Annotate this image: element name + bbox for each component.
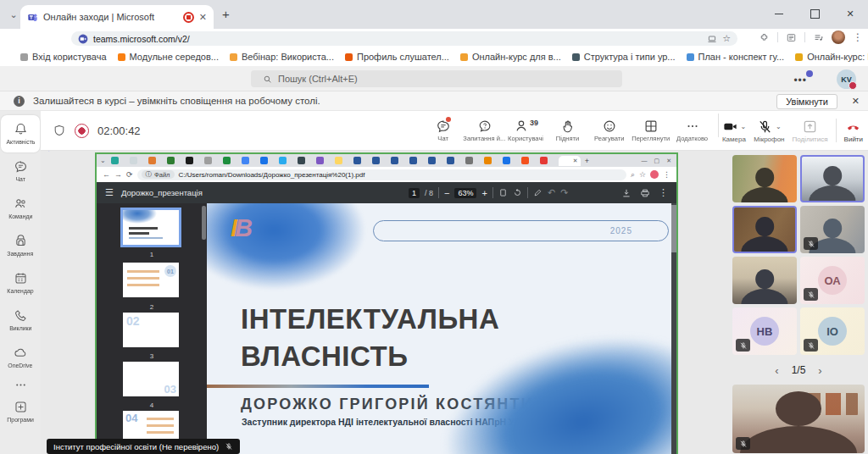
pdf-zoom-in-icon[interactable]: + [481, 188, 487, 198]
pdf-scrollbar-track [671, 203, 676, 454]
sidebar-item-Календар[interactable]: Календар [1, 264, 40, 302]
device-button-Камера[interactable]: ⌄Камера [722, 119, 747, 143]
browser-profile-avatar[interactable] [832, 30, 845, 44]
grid-icon [643, 119, 659, 134]
pdf-zoom-out-icon[interactable]: − [444, 188, 449, 198]
participant-initials: ІО [818, 317, 847, 346]
tab-search-chevron-icon[interactable]: ⌄ [6, 7, 21, 22]
shared-new-tab-icon: + [585, 157, 589, 165]
meeting-button-Переглянути[interactable]: Переглянути [632, 114, 670, 147]
browser-menu-icon[interactable]: ⋮ [853, 31, 863, 43]
new-tab-button[interactable]: + [222, 7, 230, 21]
pdf-thumbnail-page-2[interactable]: 01 [123, 263, 179, 297]
meeting-button-Чат[interactable]: Чат [424, 114, 462, 147]
pdf-scrollbar[interactable] [671, 205, 676, 252]
sidebar-item-Завдання[interactable]: Завдання [1, 227, 40, 264]
url-text: teams.microsoft.com/v2/ [93, 34, 702, 44]
bookmark-item[interactable]: Профиль слушател... [345, 52, 449, 62]
bookmark-item[interactable]: Онлайн-курс для в... [460, 52, 561, 62]
chat-icon [14, 159, 28, 174]
shared-screen: ⌄ ✕ + — ▢ ✕ ← → ⟳ ⓘ Файл C:/Users/roman/… [95, 152, 678, 454]
meeting-button-Додатково[interactable]: Додатково [673, 114, 711, 147]
shared-tab-favicon-icon [391, 157, 398, 164]
sidebar-item-OneDrive[interactable]: OneDrive [1, 339, 40, 376]
bookmark-item[interactable]: План - конспект гу... [687, 52, 785, 62]
banner-close-icon[interactable]: ✕ [852, 96, 860, 107]
pdf-download-icon[interactable] [621, 188, 632, 198]
browser-tab[interactable]: Онлайн заходи | Microsoft ✕ [20, 5, 214, 29]
pdf-rotate-icon[interactable] [513, 188, 522, 197]
chevron-down-icon[interactable]: ⌄ [741, 123, 747, 130]
pdf-zoom-level[interactable]: 63% [454, 188, 476, 198]
participant-grid: ОАНВІО [732, 155, 865, 355]
participant-video-tile[interactable] [732, 206, 797, 253]
shared-tab-favicon-icon [279, 157, 287, 164]
pdf-more-icon[interactable]: ⋮ [659, 187, 668, 198]
media-controls-icon[interactable] [813, 32, 824, 43]
smiley-icon [602, 119, 617, 134]
page-prev-icon[interactable]: ‹ [775, 364, 778, 377]
pdf-thumbnail-page-4[interactable]: 03 [123, 362, 179, 396]
bookmark-label: Модульне середов... [130, 52, 219, 62]
participant-video-tile[interactable] [732, 155, 797, 202]
participant-initials-tile[interactable]: ОА [800, 257, 865, 304]
self-video-tile[interactable] [732, 385, 865, 453]
participant-initials-tile[interactable]: ІО [800, 307, 865, 355]
meeting-button-Підняти[interactable]: Підняти [548, 114, 587, 147]
participant-initials-tile[interactable]: НВ [732, 307, 797, 355]
thumbnail-scrollbar[interactable] [202, 206, 206, 240]
pdf-menu-icon[interactable]: ☰ [105, 187, 114, 198]
pdf-right-controls: ⋮ [621, 187, 668, 198]
participant-video-tile[interactable] [732, 257, 797, 304]
slide-year-pill: 2025 [373, 220, 669, 241]
pdf-thumbnail-page-3[interactable]: 02 [123, 313, 179, 347]
tab-close-icon[interactable]: ✕ [199, 13, 207, 22]
shared-tab-favicon-icon [503, 157, 510, 164]
page-next-icon[interactable]: › [818, 364, 821, 377]
bookmark-item[interactable]: Вхід користувача [20, 52, 107, 62]
search-input[interactable]: Пошук (Ctrl+Alt+E) [251, 70, 622, 87]
thumbnail-number: 2 [97, 303, 207, 311]
window-close-button[interactable]: ✕ [832, 0, 868, 27]
device-button-Поділитися[interactable]: Поділитися [793, 119, 828, 143]
enable-notifications-button[interactable]: Увімкнути [776, 94, 837, 109]
extension-icon[interactable] [759, 32, 770, 43]
participant-video-tile[interactable] [800, 206, 865, 253]
sidebar-item-Чат[interactable]: Чат [1, 152, 40, 190]
teams-profile-avatar[interactable]: KV [837, 69, 856, 89]
pdf-thumbnail-page-1[interactable] [123, 210, 179, 245]
bookmark-star-icon[interactable]: ☆ [722, 33, 731, 44]
pdf-print-icon[interactable] [640, 188, 650, 198]
reading-list-icon[interactable] [786, 32, 797, 43]
sidebar-item-Програми[interactable]: Програми [1, 393, 40, 430]
bookmark-label: Структура і типи ур... [584, 52, 676, 62]
shared-reload-icon: ⟳ [126, 170, 133, 179]
meeting-button-Користувачі[interactable]: 39Користувачі [507, 114, 545, 147]
window-minimize-button[interactable] [761, 0, 797, 27]
bookmark-item[interactable]: Структура і типи ур... [572, 52, 676, 62]
sidebar-item-Активність[interactable]: Активність [1, 115, 40, 152]
bookmark-item[interactable]: Онлайн-курс: Ефек... [795, 52, 868, 62]
shared-url-field: ⓘ Файл C:/Users/roman/Downloads/Дорожко_… [137, 169, 626, 180]
pdf-fit-page-icon[interactable] [498, 188, 508, 197]
address-bar[interactable]: teams.microsoft.com/v2/ ☆ [71, 31, 737, 46]
window-maximize-button[interactable] [797, 0, 832, 27]
sidebar-item-more[interactable] [1, 376, 40, 393]
send-to-device-icon[interactable] [707, 34, 717, 44]
bookmark-item[interactable]: Модульне середов... [118, 52, 219, 62]
teams-more-options-icon[interactable]: ••• [793, 75, 807, 86]
bookmark-item[interactable]: Вебінар: Використа... [230, 52, 334, 62]
device-button-Вийти[interactable]: Вийти [844, 119, 863, 143]
pdf-page-input[interactable]: 1 [409, 188, 420, 198]
participant-video-tile[interactable] [800, 155, 865, 202]
chevron-down-icon[interactable]: ⌄ [776, 123, 782, 130]
meeting-button-Запитання й...[interactable]: Запитання й... [465, 114, 504, 147]
pdf-annotate-icon[interactable] [533, 188, 542, 197]
meeting-timer: 02:00:42 [97, 125, 141, 137]
sidebar-item-Виклики[interactable]: Виклики [1, 302, 40, 339]
bag-icon [14, 234, 28, 248]
device-button-Мікрофон[interactable]: ⌄Мікрофон [754, 119, 784, 143]
sidebar-item-Команди[interactable]: Команди [1, 190, 40, 227]
meeting-button-Реагувати[interactable]: Реагувати [590, 114, 628, 147]
shared-address-bar: ← → ⟳ ⓘ Файл C:/Users/roman/Downloads/До… [97, 167, 676, 182]
